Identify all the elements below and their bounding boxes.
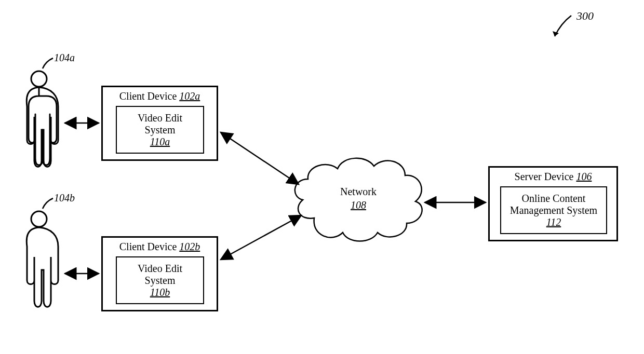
server-title-ref: 106 [576, 171, 592, 182]
client-a-title-ref: 102a [179, 90, 200, 102]
server-inner-ref: 112 [546, 216, 561, 228]
user-icon-b [16, 208, 62, 319]
server-title-prefix: Server Device [515, 171, 576, 182]
client-a-title: Client Device 102a [103, 90, 217, 102]
network-cloud: Network 108 [288, 151, 428, 249]
client-b-title: Client Device 102b [103, 241, 217, 253]
user-b-ref: 104b [54, 192, 75, 204]
svg-line-5 [221, 132, 299, 184]
network-ref: 108 [288, 199, 428, 211]
client-b-inner: Video Edit System 110b [116, 256, 204, 304]
client-a-inner: Video Edit System 110a [116, 106, 204, 154]
user-icon-a [16, 67, 62, 179]
server-inner-line2: Management System [510, 205, 597, 216]
client-b-inner-line1: Video Edit [138, 263, 182, 275]
client-device-a-box: Client Device 102a Video Edit System 110… [101, 86, 218, 161]
client-a-inner-line1: Video Edit [138, 112, 182, 124]
client-b-inner-ref: 110b [150, 287, 170, 298]
server-title: Server Device 106 [490, 171, 616, 183]
figure-ref-label: 300 [576, 9, 594, 23]
client-a-inner-ref: 110a [150, 136, 170, 148]
server-inner: Online Content Management System 112 [500, 186, 607, 234]
svg-marker-0 [553, 31, 559, 36]
server-device-box: Server Device 106 Online Content Managem… [488, 166, 618, 241]
client-b-title-ref: 102b [179, 241, 200, 252]
client-a-title-prefix: Client Device [119, 90, 180, 102]
user-a-ref: 104a [54, 52, 75, 64]
figure-ref [551, 10, 576, 44]
client-b-title-prefix: Client Device [119, 241, 180, 252]
server-inner-line1: Online Content [522, 193, 586, 205]
client-a-inner-line2: System [145, 124, 176, 136]
client-b-inner-line2: System [145, 275, 176, 287]
network-label: Network [288, 186, 428, 198]
client-device-b-box: Client Device 102b Video Edit System 110… [101, 236, 218, 311]
